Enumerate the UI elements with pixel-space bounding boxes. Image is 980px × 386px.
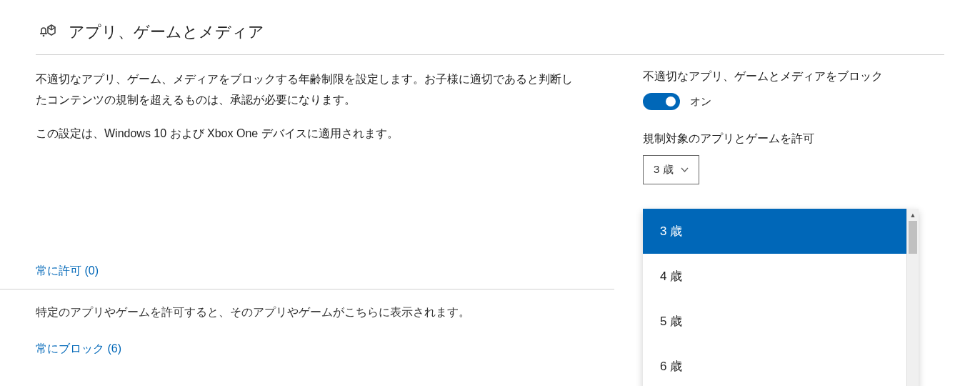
age-select-value: 3 歳 <box>654 163 674 177</box>
allow-note: 特定のアプリやゲームを許可すると、そのアプリやゲームがこちらに表示されます。 <box>36 305 579 320</box>
block-toggle[interactable] <box>643 93 680 110</box>
always-allow-link[interactable]: 常に許可 (0) <box>36 264 99 279</box>
age-option[interactable]: 4 歳 <box>643 254 919 299</box>
block-toggle-label: 不適切なアプリ、ゲームとメディアをブロック <box>643 69 929 84</box>
age-option[interactable]: 6 歳 <box>643 344 919 386</box>
description-paragraph-2: この設定は、Windows 10 および Xbox One デバイスに適用されま… <box>36 124 579 144</box>
scroll-up-icon[interactable]: ▲ <box>907 209 919 221</box>
apps-media-icon <box>36 21 57 43</box>
svg-point-1 <box>43 35 45 37</box>
age-select[interactable]: 3 歳 <box>643 155 699 184</box>
section-title: アプリ、ゲームとメディア <box>69 21 264 43</box>
chevron-down-icon <box>681 164 689 176</box>
dropdown-scrollbar[interactable]: ▲ <box>906 209 919 386</box>
block-toggle-state: オン <box>690 95 711 109</box>
scroll-thumb[interactable] <box>909 221 917 254</box>
description-paragraph-1: 不適切なアプリ、ゲーム、メディアをブロックする年齢制限を設定します。お子様に適切… <box>36 69 579 111</box>
age-allow-label: 規制対象のアプリとゲームを許可 <box>643 132 929 147</box>
divider <box>0 289 614 290</box>
age-dropdown: 3 歳 4 歳 5 歳 6 歳 ▲ <box>643 209 919 386</box>
section-header: アプリ、ゲームとメディア <box>36 21 944 55</box>
age-option[interactable]: 3 歳 <box>643 209 919 254</box>
always-block-link[interactable]: 常にブロック (6) <box>36 342 121 357</box>
age-option[interactable]: 5 歳 <box>643 299 919 344</box>
